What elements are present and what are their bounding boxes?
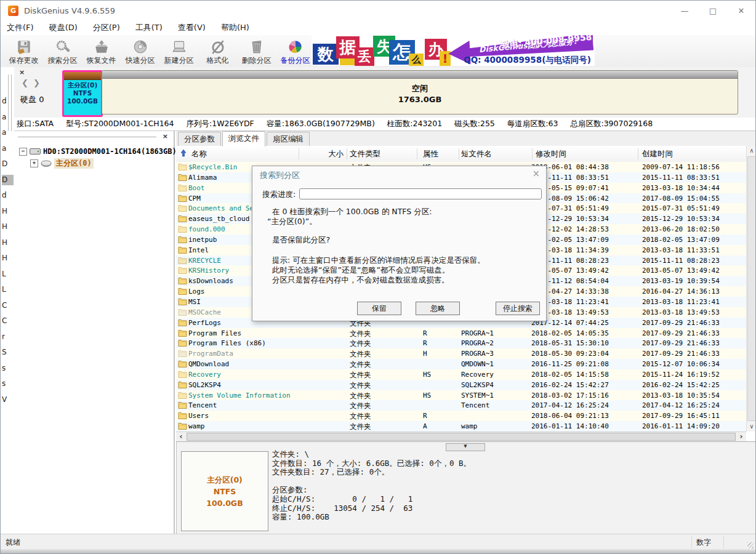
table-row[interactable]: wamp文件夹Awamp2016-01-11 14:10:402016-01-1…	[176, 421, 746, 432]
table-row[interactable]: Program Files (x86)文件夹RPROGRA~22018-05-3…	[176, 338, 746, 348]
modified-time: 2018-03-02 17:15:16	[531, 391, 609, 399]
sort-ascending-icon[interactable]	[180, 149, 187, 159]
short-file-name: QMDOWN~1	[461, 360, 494, 368]
toolbar-button-format[interactable]: 格式化	[198, 35, 237, 66]
column-header[interactable]: 名称	[191, 149, 207, 159]
vertical-scrollbar[interactable]: ∧ ∨	[746, 146, 756, 432]
folder-icon	[178, 225, 187, 233]
table-row[interactable]: ProgramData文件夹HPROGRA~32018-05-30 09:23:…	[176, 348, 746, 359]
menu-item[interactable]: 硬盘(D)	[43, 21, 84, 34]
scroll-up-icon[interactable]: ∧	[747, 146, 756, 156]
keep-button[interactable]: 保留	[357, 302, 401, 315]
column-header[interactable]: 文件类型	[350, 149, 380, 159]
file-name: inetpub	[188, 236, 217, 244]
column-separator[interactable]	[638, 148, 638, 159]
stop-search-button[interactable]: 停止搜索	[496, 302, 540, 315]
scroll-right-icon[interactable]: ›	[736, 432, 746, 441]
folder-icon	[178, 204, 187, 212]
search-progress-bar	[299, 188, 542, 199]
modified-time: 2018-02-05 14:15:58	[531, 371, 609, 379]
column-separator[interactable]	[417, 148, 417, 159]
toolbar-button-label: 搜索分区	[48, 56, 78, 65]
table-header: 名称大小文件类型属性短文件名修改时间创建时间	[176, 146, 746, 163]
collapse-expander-icon[interactable]: −	[19, 148, 27, 156]
toolbar-button-new-partition[interactable]: 新建分区	[159, 35, 198, 66]
folder-icon	[178, 329, 187, 337]
selected-partition-name: 主分区(0)	[182, 474, 268, 486]
table-row[interactable]: QMDownload文件夹QMDOWN~12016-11-25 09:21:08…	[176, 359, 746, 369]
toolbar-button-recover[interactable]: 恢复文件	[82, 35, 121, 66]
file-name: Program Files	[188, 329, 241, 337]
column-separator[interactable]	[299, 148, 299, 159]
maximize-button[interactable]: □	[699, 1, 727, 20]
tab-partition-params[interactable]: 分区参数	[178, 132, 221, 146]
clipped-left-strip: daaaDDdHHHHLLCCrSssV	[1, 67, 15, 534]
prev-disk-button[interactable]: ❮	[22, 78, 33, 87]
status-bar: 就绪 数字	[1, 534, 755, 550]
minimize-button[interactable]: —	[670, 1, 699, 20]
dialog-title: 搜索到分区	[260, 170, 300, 181]
partition-block-primary[interactable]: 主分区(0) NTFS 100.0GB	[62, 70, 103, 117]
table-row[interactable]: Program Files文件夹RPROGRA~12018-02-05 14:0…	[176, 328, 746, 339]
menu-item[interactable]: 分区(P)	[87, 21, 126, 34]
table-row[interactable]: Tencent文件夹Tencent2017-04-12 16:25:242017…	[176, 400, 746, 411]
horizontal-scrollbar[interactable]: ‹ ›	[176, 432, 746, 441]
close-button[interactable]: ✕	[727, 1, 755, 20]
column-header[interactable]: 修改时间	[536, 149, 566, 159]
clipped-list-letter: a	[2, 112, 14, 122]
toolbar-button-label: 保存更改	[9, 56, 39, 65]
file-name: $Recycle.Bin	[188, 163, 237, 171]
toolbar-button-label: 格式化	[207, 56, 229, 65]
menu-item[interactable]: 帮助(H)	[215, 21, 255, 34]
column-header[interactable]: 属性	[423, 149, 438, 159]
created-time: 2017-09-29 21:46:33	[642, 350, 720, 358]
toolbar-button-delete[interactable]: 删除分区	[237, 35, 276, 66]
column-separator[interactable]	[347, 148, 347, 159]
disk-graph-panel: × ❮❯ 硬盘 0 主分区(0) NTFS 100.0GB 空闲 1763.0G…	[14, 67, 756, 118]
next-disk-button[interactable]: ❯	[33, 78, 45, 87]
toolbar-button-quick-partition[interactable]: 快速分区	[121, 35, 159, 66]
column-separator[interactable]	[532, 148, 533, 159]
column-separator[interactable]	[459, 148, 459, 159]
resize-grip[interactable]	[747, 542, 754, 548]
created-time: 2013-03-18 11:33:51	[642, 246, 720, 254]
tree-node-disk[interactable]: − HD0:ST2000DM001-1CH164(1863GB)	[19, 147, 177, 156]
toolbar-button-save[interactable]: 保存更改	[4, 35, 43, 66]
table-row[interactable]: Recovery文件夹HSRecovery2018-02-05 14:15:58…	[176, 369, 746, 380]
horizontal-scroll-thumb[interactable]	[187, 433, 736, 441]
dialog-close-icon[interactable]: ×	[532, 168, 540, 179]
tab-browse-files[interactable]: 浏览文件	[222, 131, 265, 147]
table-row[interactable]: System Volume Information文件夹HSSYSTEM~120…	[176, 390, 746, 401]
menu-item[interactable]: 查看(V)	[172, 21, 212, 34]
file-type: 文件夹	[350, 350, 371, 359]
panel-close-icon[interactable]: ×	[19, 68, 25, 76]
menu-item[interactable]: 工具(T)	[129, 21, 169, 34]
delete-icon	[248, 38, 265, 56]
new-partition-icon	[171, 38, 188, 56]
column-header[interactable]: 短文件名	[461, 149, 492, 159]
scroll-down-icon[interactable]: ∨	[747, 422, 756, 432]
column-header[interactable]: 大小	[299, 149, 347, 159]
short-file-name: Tencent	[461, 401, 489, 409]
toolbar-button-search[interactable]: 搜索分区	[43, 35, 82, 66]
scroll-left-icon[interactable]: ‹	[176, 432, 186, 441]
created-time: 2013-03-18 10:34:44	[642, 184, 720, 192]
ad-banner[interactable]: 数据丢失怎么办! DiskGenius团队为您服务! 致电: 400-008-9…	[312, 35, 595, 66]
file-attributes: HS	[423, 371, 431, 379]
expand-expander-icon[interactable]: +	[30, 159, 38, 167]
menu-item[interactable]: 文件(F)	[1, 21, 40, 34]
free-space-block[interactable]: 空闲 1763.0GB	[102, 70, 738, 114]
toolbar-button-backup[interactable]: 备份分区	[276, 35, 315, 66]
tree-node-partition[interactable]: + 主分区(0)	[30, 158, 94, 169]
tab-sector-edit[interactable]: 扇区编辑	[267, 132, 310, 146]
table-row[interactable]: SQL2KSP4文件夹SQL2KSP42016-02-24 15:42:2720…	[176, 380, 746, 390]
banner-collage-block: 数	[313, 44, 339, 65]
file-type: 文件夹	[350, 412, 371, 421]
ignore-button[interactable]: 忽略	[416, 302, 460, 315]
column-header[interactable]: 创建时间	[642, 149, 673, 159]
diskgenius-window: G DiskGenius V4.9.6.559 — □ ✕ 文件(F)硬盘(D)…	[0, 0, 756, 554]
vertical-scroll-thumb[interactable]	[747, 156, 756, 421]
tree-panel-close-icon[interactable]: ×	[163, 132, 168, 140]
table-row[interactable]: Users文件夹R2018-06-04 09:21:132017-09-29 1…	[176, 411, 746, 421]
app-logo-icon: G	[8, 6, 18, 16]
